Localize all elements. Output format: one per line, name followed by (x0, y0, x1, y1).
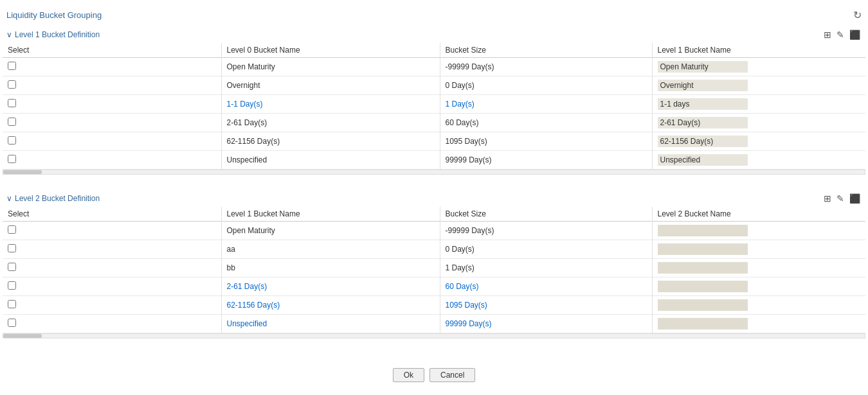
level2-size-cell-2: 1 Day(s) (440, 259, 652, 277)
level2-name-cell-2: bb (221, 259, 440, 277)
level1-table-row: 1-1 Day(s)1 Day(s) (3, 95, 865, 114)
level2-checkbox-3[interactable] (8, 281, 16, 290)
level1-name-cell-2: 1-1 Day(s) (221, 95, 440, 114)
level1-size-cell-1: 0 Day(s) (440, 76, 652, 95)
level2-col-l2name: Level 2 Bucket Name (652, 207, 865, 222)
level2-select-cell-0 (3, 222, 221, 240)
refresh-icon[interactable]: ↻ (853, 9, 862, 21)
level2-actions: ⊞ ✎ ⬛ (822, 193, 862, 204)
level1-select-cell-3 (3, 114, 221, 132)
level2-l2name-cell-3 (652, 277, 865, 296)
level1-name-cell-5: Unspecified (221, 151, 440, 170)
level2-size-cell-0: -99999 Day(s) (440, 222, 652, 240)
ok-button[interactable]: Ok (393, 368, 424, 382)
level2-table-row: Unspecified99999 Day(s) (3, 315, 865, 333)
level2-l2name-input-2[interactable] (658, 262, 748, 274)
level2-l2name-input-5[interactable] (658, 318, 748, 329)
level1-checkbox-1[interactable] (8, 80, 16, 89)
level2-size-link-5[interactable]: 99999 Day(s) (446, 319, 492, 328)
level2-l2name-input-3[interactable] (658, 281, 748, 292)
level2-l2name-cell-0 (652, 222, 865, 240)
level1-checkbox-4[interactable] (8, 136, 16, 145)
level2-name-link-4[interactable]: 62-1156 Day(s) (227, 301, 280, 310)
level2-table-row: 2-61 Day(s)60 Day(s) (3, 277, 865, 296)
level1-checkbox-3[interactable] (8, 118, 16, 126)
level2-checkbox-2[interactable] (8, 263, 16, 271)
level1-l1name-input-4[interactable] (658, 136, 748, 147)
level2-checkbox-0[interactable] (8, 225, 16, 234)
level1-name-cell-3: 2-61 Day(s) (221, 114, 440, 132)
level1-select-cell-5 (3, 151, 221, 170)
level1-section: ∨ Level 1 Bucket Definition ⊞ ✎ ⬛ Select… (0, 26, 868, 175)
level2-l2name-input-1[interactable] (658, 243, 748, 255)
level1-l1name-cell-5 (652, 151, 865, 170)
page-title: Liquidity Bucket Grouping (6, 10, 102, 20)
level1-header-row: Select Level 0 Bucket Name Bucket Size L… (3, 43, 865, 58)
level1-title-text: Level 1 Bucket Definition (15, 30, 100, 39)
level1-table-scroll: Select Level 0 Bucket Name Bucket Size L… (3, 43, 865, 170)
level1-table-row: Open Maturity-99999 Day(s) (3, 58, 865, 76)
level2-size-cell-5: 99999 Day(s) (440, 315, 652, 333)
level1-chevron[interactable]: ∨ (6, 30, 12, 39)
level2-scrollbar[interactable] (3, 333, 865, 338)
level2-checkbox-5[interactable] (8, 319, 16, 327)
level2-l2name-cell-1 (652, 240, 865, 259)
level2-name-cell-5: Unspecified (221, 315, 440, 333)
level1-select-cell-4 (3, 132, 221, 151)
level1-table-row: Unspecified99999 Day(s) (3, 151, 865, 170)
level1-size-link-2[interactable]: 1 Day(s) (446, 100, 475, 109)
level2-l2name-cell-4 (652, 296, 865, 315)
level2-l2name-input-4[interactable] (658, 299, 748, 311)
level2-select-cell-5 (3, 315, 221, 333)
level1-name-link-2[interactable]: 1-1 Day(s) (227, 100, 263, 109)
level2-export-icon[interactable]: ⬛ (848, 193, 862, 204)
level1-l1name-input-1[interactable] (658, 80, 748, 91)
level1-table: Select Level 0 Bucket Name Bucket Size L… (3, 43, 865, 170)
level2-table-scroll: Select Level 1 Bucket Name Bucket Size L… (3, 207, 865, 333)
level2-select-cell-1 (3, 240, 221, 259)
level2-table-row: Open Maturity-99999 Day(s) (3, 222, 865, 240)
level1-checkbox-0[interactable] (8, 62, 16, 70)
level2-size-link-3[interactable]: 60 Day(s) (446, 282, 479, 291)
level1-select-cell-1 (3, 76, 221, 95)
level2-size-cell-4: 1095 Day(s) (440, 296, 652, 315)
level1-col-size: Bucket Size (440, 43, 652, 58)
level1-l1name-input-0[interactable] (658, 61, 748, 73)
level1-size-cell-5: 99999 Day(s) (440, 151, 652, 170)
level2-name-cell-3: 2-61 Day(s) (221, 277, 440, 296)
level1-name-cell-0: Open Maturity (221, 58, 440, 76)
level1-edit-icon[interactable]: ✎ (835, 29, 845, 40)
level1-l1name-input-3[interactable] (658, 117, 748, 128)
level2-name-link-3[interactable]: 2-61 Day(s) (227, 282, 267, 291)
cancel-button[interactable]: Cancel (429, 368, 475, 382)
level2-table-row: 62-1156 Day(s)1095 Day(s) (3, 296, 865, 315)
level1-grid-icon[interactable]: ⊞ (822, 29, 833, 40)
level2-l2name-input-0[interactable] (658, 225, 748, 236)
level2-grid-icon[interactable]: ⊞ (822, 193, 833, 204)
level1-export-icon[interactable]: ⬛ (848, 29, 862, 40)
level2-size-link-4[interactable]: 1095 Day(s) (446, 301, 487, 310)
level1-name-cell-1: Overnight (221, 76, 440, 95)
level2-name-cell-4: 62-1156 Day(s) (221, 296, 440, 315)
level2-checkbox-4[interactable] (8, 300, 16, 308)
level1-size-cell-3: 60 Day(s) (440, 114, 652, 132)
level1-checkbox-5[interactable] (8, 155, 16, 163)
level2-name-link-5[interactable]: Unspecified (227, 319, 267, 328)
level1-l1name-input-5[interactable] (658, 154, 748, 166)
level1-name-cell-4: 62-1156 Day(s) (221, 132, 440, 151)
level2-l2name-cell-2 (652, 259, 865, 277)
level1-scrollbar[interactable] (3, 170, 865, 175)
level2-edit-icon[interactable]: ✎ (835, 193, 845, 204)
level2-checkbox-1[interactable] (8, 244, 16, 252)
buttons-row: Ok Cancel (0, 360, 868, 390)
page-wrapper: Liquidity Bucket Grouping ↻ ∨ Level 1 Bu… (0, 0, 868, 395)
level1-l1name-input-2[interactable] (658, 98, 748, 110)
level1-checkbox-2[interactable] (8, 99, 16, 107)
level1-table-row: 2-61 Day(s)60 Day(s) (3, 114, 865, 132)
level1-actions: ⊞ ✎ ⬛ (822, 29, 862, 40)
level1-table-row: Overnight0 Day(s) (3, 76, 865, 95)
level2-chevron[interactable]: ∨ (6, 194, 12, 203)
level1-section-title: ∨ Level 1 Bucket Definition (6, 30, 100, 39)
level2-table-row: bb1 Day(s) (3, 259, 865, 277)
level2-section-title: ∨ Level 2 Bucket Definition (6, 194, 100, 203)
